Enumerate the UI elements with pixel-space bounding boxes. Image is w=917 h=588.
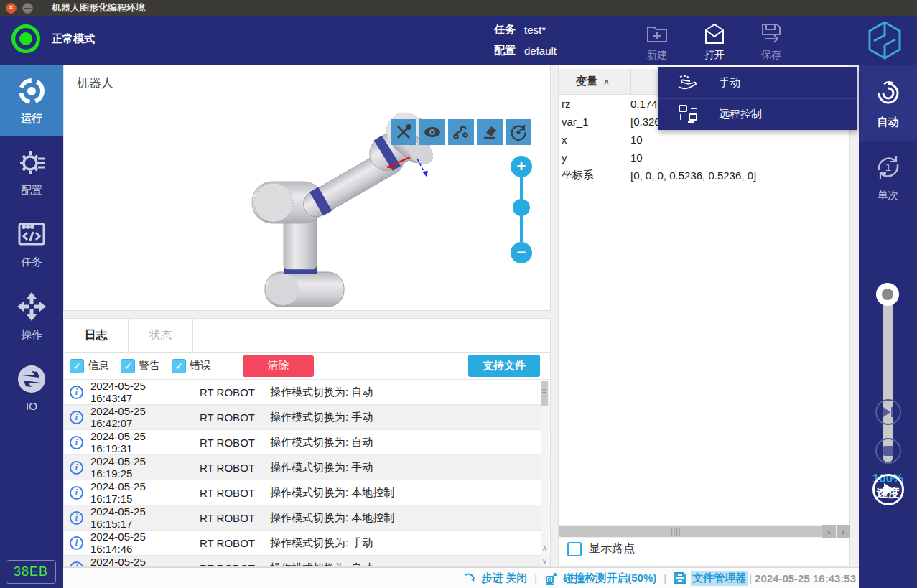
- play-button[interactable]: [872, 474, 904, 505]
- config-value: default: [524, 45, 557, 57]
- log-scrollbar-thumb[interactable]: [541, 381, 548, 406]
- info-icon: i: [70, 411, 83, 424]
- minimize-icon[interactable]: —: [22, 3, 33, 14]
- log-list[interactable]: i 2024-05-25 16:43:47 RT ROBOT 操作模式切换为: …: [64, 379, 550, 567]
- open-icon: [702, 22, 727, 46]
- robot-id-badge[interactable]: 38EB: [6, 560, 56, 584]
- sidebar-item-config[interactable]: 配置: [0, 136, 63, 208]
- open-button[interactable]: 打开: [692, 22, 737, 62]
- new-button[interactable]: 新建: [634, 22, 680, 62]
- scroll-up-icon[interactable]: ∧: [541, 542, 549, 554]
- scroll-left-icon[interactable]: ‹: [822, 525, 836, 538]
- info-icon: i: [70, 536, 83, 550]
- run-icon: [17, 76, 47, 106]
- variable-row[interactable]: x 10: [559, 131, 849, 149]
- filter-warning-checkbox[interactable]: ✓ 警告: [121, 359, 160, 373]
- log-row: i 2024-05-25 16:15:17 RT ROBOT 操作模式切换为: …: [64, 505, 550, 531]
- scroll-right-icon[interactable]: ›: [837, 525, 850, 538]
- io-swap-icon: [17, 364, 47, 394]
- zoom-out-button[interactable]: −: [511, 242, 532, 263]
- sidebar-item-task[interactable]: 任务: [0, 208, 63, 280]
- filter-error-checkbox[interactable]: ✓ 错误: [172, 359, 211, 373]
- sidebar-item-operate[interactable]: 操作: [0, 280, 63, 352]
- log-row: i 2024-05-25 16:42:07 RT ROBOT 操作模式切换为: …: [64, 405, 550, 430]
- hand-icon: [676, 74, 700, 93]
- step-mode-status[interactable]: 步进 关闭: [464, 571, 527, 585]
- normal-mode-status-icon: [11, 24, 40, 53]
- checkbox-checked-icon: ✓: [172, 359, 186, 373]
- tab-status[interactable]: 状态: [129, 319, 193, 352]
- single-cycle-button[interactable]: 1 单次: [859, 141, 917, 213]
- speed-slider-track[interactable]: [883, 290, 893, 462]
- status-timestamp: 2024-05-25 16:43:53: [755, 572, 856, 584]
- auto-mode-button[interactable]: 自动: [859, 65, 917, 141]
- zoom-control: + −: [511, 156, 534, 263]
- show-waypoints-checkbox[interactable]: 显示路点: [567, 541, 635, 556]
- tools-button[interactable]: [391, 119, 416, 145]
- window-title: 机器人图形化编程环境: [52, 1, 145, 14]
- clear-button[interactable]: 清除: [243, 355, 314, 377]
- info-icon: i: [70, 461, 83, 475]
- hscrollbar-thumb[interactable]: ||||: [559, 526, 822, 537]
- single-cycle-icon: 1: [872, 151, 904, 183]
- reset-view-button[interactable]: [506, 119, 531, 145]
- checkbox-checked-icon: ✓: [121, 359, 135, 373]
- log-row: i 2024-05-25 16:14:46 RT ROBOT 操作模式切换为: …: [64, 531, 550, 556]
- zoom-in-button[interactable]: +: [511, 156, 532, 177]
- log-row: i 2024-05-25 16:43:47 RT ROBOT 操作模式切换为: …: [64, 380, 550, 405]
- file-manager-button[interactable]: 文件管理器: [674, 571, 748, 586]
- info-icon: i: [70, 561, 83, 568]
- variables-hscrollbar[interactable]: |||| ‹ ›: [559, 525, 850, 538]
- new-folder-icon: [645, 22, 669, 46]
- save-button[interactable]: 保存: [748, 22, 794, 62]
- info-icon: i: [70, 386, 83, 399]
- window-titlebar: ✕ — 机器人图形化编程环境: [0, 0, 917, 16]
- collapse-caret-icon[interactable]: ∧: [603, 77, 610, 87]
- task-config-block: 任务 test* 配置 default: [494, 19, 557, 61]
- main-content: 机器人: [63, 65, 859, 567]
- zoom-slider-handle[interactable]: [513, 199, 530, 216]
- stop-icon: [883, 446, 893, 456]
- sidebar-item-io[interactable]: IO: [0, 352, 63, 424]
- auto-swirl-icon: [872, 77, 905, 110]
- sidebar-item-run[interactable]: 运行: [0, 65, 63, 136]
- log-panel: 日志 状态 ✓ 信息 ✓ 警告 ✓ 错误 清除 支持文件 i 2024-05-2…: [63, 318, 551, 567]
- menu-item-manual[interactable]: 手动: [658, 67, 857, 98]
- log-scrollbar[interactable]: ∧ ∨: [541, 381, 549, 566]
- mode-indicator: 正常模式: [11, 24, 95, 53]
- collision-icon: [544, 571, 559, 585]
- scroll-down-icon[interactable]: ∨: [541, 555, 549, 566]
- svg-text:1: 1: [885, 161, 890, 173]
- status-bar: 步进 关闭 | 碰撞检测开启(50%) | 文件管理器 | 2024-05-25…: [63, 567, 859, 588]
- skip-icon: [882, 406, 895, 418]
- close-icon[interactable]: ✕: [6, 3, 17, 14]
- brand-logo-icon: [862, 18, 907, 62]
- stop-button[interactable]: [875, 438, 901, 464]
- code-window-icon: [17, 220, 47, 250]
- save-icon: [759, 22, 783, 46]
- step-button[interactable]: [875, 399, 901, 425]
- log-row: i 2024-05-25 16:17:15 RT ROBOT 操作模式切换为: …: [64, 480, 550, 505]
- play-icon: [882, 482, 895, 497]
- robot-3d-viewport[interactable]: + −: [64, 101, 550, 310]
- erase-button[interactable]: [477, 119, 503, 145]
- app-header: 正常模式 任务 test* 配置 default 新建 打开 保存: [0, 16, 917, 65]
- collision-detection-status[interactable]: 碰撞检测开启(50%): [544, 571, 656, 585]
- file-manager-icon: [674, 571, 686, 584]
- visibility-button[interactable]: [419, 119, 445, 145]
- speed-slider-handle[interactable]: [876, 283, 899, 306]
- viewport-toolbar: [391, 119, 531, 145]
- support-files-button[interactable]: 支持文件: [468, 355, 540, 377]
- path-button[interactable]: [448, 119, 474, 145]
- filter-info-checkbox[interactable]: ✓ 信息: [70, 359, 109, 373]
- robot-panel-title: 机器人: [64, 65, 550, 101]
- menu-item-remote-control[interactable]: 远程控制: [658, 98, 857, 129]
- variable-row[interactable]: 坐标系 [0, 0, 0, 0.5236, 0.5236, 0]: [559, 167, 849, 185]
- path-icon: [452, 123, 470, 141]
- log-tabs: 日志 状态: [64, 319, 550, 353]
- gear-icon: [17, 148, 47, 178]
- info-icon: i: [70, 436, 83, 449]
- variable-row[interactable]: y 10: [559, 149, 849, 167]
- info-icon: i: [70, 486, 83, 500]
- tab-log[interactable]: 日志: [64, 319, 129, 352]
